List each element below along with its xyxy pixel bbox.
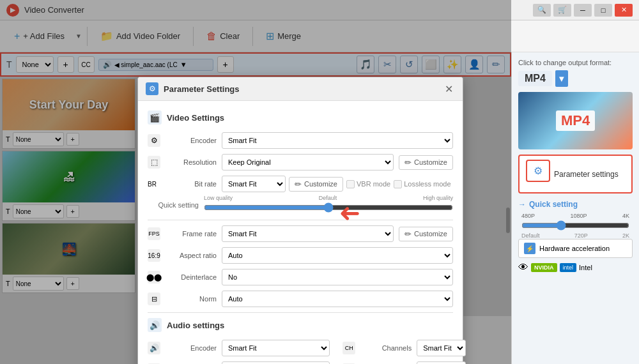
frame-rate-icon: FPS xyxy=(148,227,160,240)
audio-bitrate-row: BR Bit rate Smart Fit xyxy=(148,361,330,364)
video-section-icon: 🎬 xyxy=(148,110,162,125)
search-btn[interactable]: 🔍 xyxy=(533,4,551,17)
norm-select[interactable]: Auto xyxy=(222,291,453,307)
encoder-label: Encoder xyxy=(166,137,217,144)
close-btn[interactable]: ✕ xyxy=(615,4,633,17)
norm-icon: ⊟ xyxy=(148,292,160,305)
lossless-checkbox[interactable] xyxy=(394,180,402,188)
window-controls: 🔍 🛒 ─ □ ✕ xyxy=(533,4,633,17)
resolution-row: ⬚ Resolution Keep Original ✏ Customize xyxy=(148,154,453,171)
parameter-settings-button[interactable]: ⚙ Parameter settings xyxy=(518,155,633,193)
quality-range-input[interactable] xyxy=(204,202,453,213)
hardware-acceleration-button[interactable]: ⚡ Hardware acceleration xyxy=(518,239,633,258)
eye-icon: 👁 xyxy=(518,262,528,273)
quick-setting-label: → Quick setting xyxy=(518,200,633,209)
quality-slider-container: 480P 1080P 4K Default 720P 2K xyxy=(518,213,633,239)
deinterlace-label: Deinterlace xyxy=(166,273,217,281)
frame-rate-row: FPS Frame rate Smart Fit ✏ Customize xyxy=(148,225,453,242)
resolution-icon: ⬚ xyxy=(148,156,160,169)
intel-badge: intel xyxy=(560,263,577,272)
frame-rate-customize-icon: ✏ xyxy=(404,229,412,239)
audio-encoder-select[interactable]: Smart Fit xyxy=(222,340,330,356)
separator-2 xyxy=(148,312,453,313)
mp4-label: MP4 xyxy=(556,110,595,131)
vbr-checkbox[interactable] xyxy=(346,180,355,188)
format-label: Click to change output format: xyxy=(518,59,633,66)
audio-section-header: 🔊 Audio settings xyxy=(148,318,453,332)
deinterlace-select[interactable]: No xyxy=(222,269,453,285)
audio-right: CH Channels Smart Fit 🎙 Sample rate Smar… xyxy=(343,340,466,364)
dialog-close-button[interactable]: ✕ xyxy=(442,82,455,95)
format-select-row: MP4 ▼ xyxy=(518,70,633,87)
resolution-label: Resolution xyxy=(166,158,217,166)
audio-encoder-label: Encoder xyxy=(166,344,217,352)
sample-rate-select[interactable]: Smart Fit xyxy=(417,361,466,364)
audio-encoder-row: 🔊 Encoder Smart Fit xyxy=(148,340,330,356)
dialog-body: 🎬 Video Settings ⚙ Encoder Smart Fit ⬚ R… xyxy=(138,101,463,364)
minimize-btn[interactable]: ─ xyxy=(574,4,592,17)
separator-1 xyxy=(148,220,453,220)
dialog-title: Parameter Settings xyxy=(164,84,442,94)
aspect-ratio-icon: 16:9 xyxy=(148,249,160,262)
quality-slider-wrap: Low quality Default High quality xyxy=(204,195,453,215)
quality-slider[interactable] xyxy=(521,220,629,231)
encoder-select[interactable]: Smart Fit xyxy=(222,132,453,149)
norm-label: Norm xyxy=(166,295,217,303)
audio-section-icon: 🔊 xyxy=(148,318,162,332)
audio-left: 🔊 Encoder Smart Fit BR Bit rate Smart Fi… xyxy=(148,340,330,364)
resolution-select[interactable]: Keep Original xyxy=(222,154,394,171)
deinterlace-row: ⬤⬤ Deinterlace No xyxy=(148,269,453,285)
nvidia-badge: NVIDIA xyxy=(531,263,557,272)
audio-settings-grid: 🔊 Encoder Smart Fit BR Bit rate Smart Fi… xyxy=(148,340,453,364)
encoder-row: ⚙ Encoder Smart Fit xyxy=(148,132,453,149)
video-section-header: 🎬 Video Settings xyxy=(148,110,453,125)
quick-setting-dialog-label: Quick setting xyxy=(148,201,199,209)
maximize-btn[interactable]: □ xyxy=(594,4,612,17)
quick-setting-icon: → xyxy=(518,200,526,209)
parameter-settings-dialog: ⚙ Parameter Settings ✕ 🎬 Video Settings … xyxy=(137,77,463,364)
intel-text: Intel xyxy=(579,264,592,271)
red-arrow: ➜ xyxy=(339,198,360,227)
format-name: MP4 xyxy=(518,71,552,86)
audio-bitrate-select[interactable]: Smart Fit xyxy=(222,361,330,364)
lossless-check: Lossless mode xyxy=(394,180,450,188)
frame-rate-label: Frame rate xyxy=(166,230,217,238)
audio-encoder-icon: 🔊 xyxy=(148,342,160,354)
bitrate-select-group: Smart Fit ✏ Customize VBR mode Lossless … xyxy=(222,176,453,192)
dialog-title-bar: ⚙ Parameter Settings ✕ xyxy=(138,77,463,101)
mp4-preview: MP4 xyxy=(518,92,633,149)
aspect-ratio-label: Aspect ratio xyxy=(166,252,217,259)
norm-row: ⊟ Norm Auto xyxy=(148,291,453,307)
quality-marks: 480P 1080P 4K xyxy=(521,213,629,219)
param-settings-icon: ⚙ xyxy=(526,160,550,182)
bitrate-customize-button[interactable]: ✏ Customize xyxy=(289,177,343,192)
customize-icon: ✏ xyxy=(404,158,412,167)
channels-select[interactable]: Smart Fit xyxy=(417,340,466,356)
bitrate-icon: BR xyxy=(148,181,160,188)
chip-row: 👁 NVIDIA intel Intel xyxy=(518,262,633,273)
aspect-ratio-row: 16:9 Aspect ratio Auto xyxy=(148,247,453,264)
quick-setting-row: Quick setting Low quality Default High q… xyxy=(148,195,453,215)
right-panel: Click to change output format: MP4 ▼ MP4… xyxy=(511,52,639,364)
channels-label: Channels xyxy=(360,344,412,352)
bitrate-label: Bit rate xyxy=(166,180,217,188)
quality-labels: Default 720P 2K xyxy=(521,232,629,239)
aspect-ratio-select[interactable]: Auto xyxy=(222,247,453,264)
frame-rate-select[interactable]: Smart Fit xyxy=(222,225,394,242)
channels-icon: CH xyxy=(343,342,355,354)
format-dropdown[interactable]: ▼ xyxy=(555,70,568,87)
encoder-icon: ⚙ xyxy=(148,134,160,147)
sample-rate-row: 🎙 Sample rate Smart Fit xyxy=(343,361,466,364)
channels-row: CH Channels Smart Fit xyxy=(343,340,466,356)
hw-icon: ⚡ xyxy=(524,243,535,254)
bitrate-select[interactable]: Smart Fit xyxy=(222,176,286,192)
frame-rate-customize-button[interactable]: ✏ Customize xyxy=(399,227,453,241)
bitrate-row: BR Bit rate Smart Fit ✏ Customize VBR mo… xyxy=(148,176,453,192)
bitrate-customize-icon: ✏ xyxy=(295,179,302,189)
deinterlace-icon: ⬤⬤ xyxy=(148,271,160,284)
vbr-check: VBR mode xyxy=(346,180,390,188)
dialog-icon: ⚙ xyxy=(146,82,158,95)
resolution-customize-button[interactable]: ✏ Customize xyxy=(399,155,453,170)
quality-bar-header: Low quality Default High quality xyxy=(204,195,453,201)
cart-btn[interactable]: 🛒 xyxy=(553,4,571,17)
